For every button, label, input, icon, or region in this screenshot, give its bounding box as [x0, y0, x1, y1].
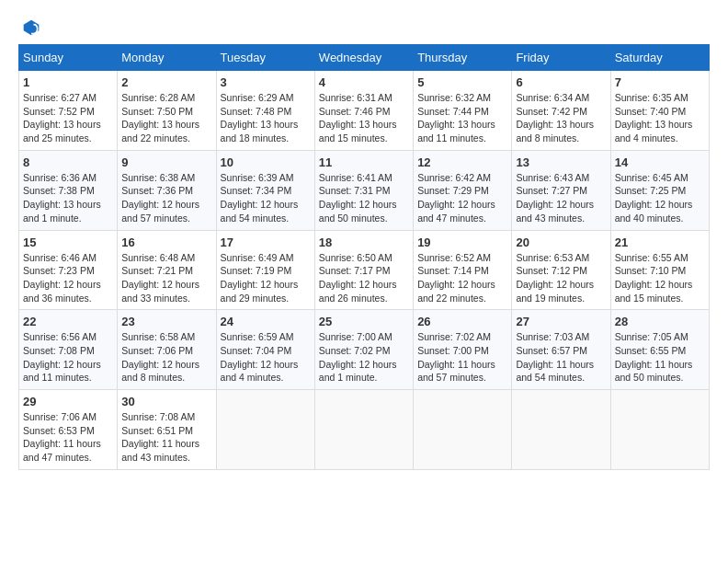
day-info: Sunrise: 7:03 AMSunset: 6:57 PMDaylight:… [516, 331, 594, 383]
day-number: 28 [615, 315, 705, 328]
calendar-header-row: SundayMondayTuesdayWednesdayThursdayFrid… [19, 45, 710, 71]
day-number: 6 [516, 75, 606, 89]
day-info: Sunrise: 7:08 AMSunset: 6:51 PMDaylight:… [121, 411, 199, 463]
calendar-cell: 3 Sunrise: 6:29 AMSunset: 7:48 PMDayligh… [216, 71, 314, 151]
day-info: Sunrise: 6:50 AMSunset: 7:17 PMDaylight:… [319, 252, 397, 304]
day-number: 19 [417, 236, 507, 249]
day-info: Sunrise: 7:00 AMSunset: 7:02 PMDaylight:… [319, 331, 397, 383]
day-info: Sunrise: 6:45 AMSunset: 7:25 PMDaylight:… [615, 172, 693, 224]
day-number: 1 [23, 75, 113, 89]
day-number: 17 [221, 236, 311, 249]
calendar-cell: 28 Sunrise: 7:05 AMSunset: 6:55 PMDaylig… [610, 310, 709, 390]
calendar-cell: 4 Sunrise: 6:31 AMSunset: 7:46 PMDayligh… [314, 71, 413, 151]
calendar-cell [314, 390, 413, 470]
calendar-cell: 1 Sunrise: 6:27 AMSunset: 7:52 PMDayligh… [19, 71, 118, 151]
day-info: Sunrise: 6:46 AMSunset: 7:23 PMDaylight:… [23, 252, 101, 304]
calendar-week-row: 22 Sunrise: 6:56 AMSunset: 7:08 PMDaylig… [19, 310, 710, 390]
day-number: 13 [516, 155, 606, 169]
day-info: Sunrise: 6:34 AMSunset: 7:42 PMDaylight:… [516, 92, 594, 144]
calendar-cell: 14 Sunrise: 6:45 AMSunset: 7:25 PMDaylig… [610, 150, 709, 230]
calendar-week-row: 8 Sunrise: 6:36 AMSunset: 7:38 PMDayligh… [19, 150, 710, 230]
day-info: Sunrise: 6:29 AMSunset: 7:48 PMDaylight:… [221, 92, 299, 144]
calendar-cell: 2 Sunrise: 6:28 AMSunset: 7:50 PMDayligh… [118, 71, 216, 151]
day-number: 21 [615, 236, 705, 249]
day-number: 10 [221, 155, 311, 169]
day-info: Sunrise: 7:02 AMSunset: 7:00 PMDaylight:… [417, 331, 495, 383]
day-info: Sunrise: 6:58 AMSunset: 7:06 PMDaylight:… [121, 331, 199, 383]
day-number: 12 [417, 155, 507, 169]
calendar-table: SundayMondayTuesdayWednesdayThursdayFrid… [18, 44, 710, 470]
day-of-week-header: Thursday [414, 45, 512, 71]
calendar-cell: 10 Sunrise: 6:39 AMSunset: 7:34 PMDaylig… [216, 150, 314, 230]
day-info: Sunrise: 6:39 AMSunset: 7:34 PMDaylight:… [221, 172, 299, 224]
calendar-cell: 12 Sunrise: 6:42 AMSunset: 7:29 PMDaylig… [414, 150, 512, 230]
page-header [18, 18, 710, 29]
day-info: Sunrise: 6:42 AMSunset: 7:29 PMDaylight:… [417, 172, 495, 224]
logo [18, 18, 40, 29]
day-number: 11 [319, 155, 409, 169]
day-info: Sunrise: 6:31 AMSunset: 7:46 PMDaylight:… [319, 92, 397, 144]
calendar-cell: 29 Sunrise: 7:06 AMSunset: 6:53 PMDaylig… [19, 390, 118, 470]
calendar-cell: 16 Sunrise: 6:48 AMSunset: 7:21 PMDaylig… [118, 230, 216, 310]
day-info: Sunrise: 6:49 AMSunset: 7:19 PMDaylight:… [221, 252, 299, 304]
day-info: Sunrise: 7:05 AMSunset: 6:55 PMDaylight:… [615, 331, 693, 383]
day-number: 24 [221, 315, 311, 328]
day-info: Sunrise: 6:56 AMSunset: 7:08 PMDaylight:… [23, 331, 101, 383]
day-number: 4 [319, 75, 409, 89]
day-of-week-header: Tuesday [216, 45, 314, 71]
calendar-cell: 25 Sunrise: 7:00 AMSunset: 7:02 PMDaylig… [314, 310, 413, 390]
day-info: Sunrise: 6:32 AMSunset: 7:44 PMDaylight:… [417, 92, 495, 144]
day-number: 9 [121, 155, 211, 169]
day-number: 23 [121, 315, 211, 328]
calendar-cell: 17 Sunrise: 6:49 AMSunset: 7:19 PMDaylig… [216, 230, 314, 310]
day-info: Sunrise: 6:55 AMSunset: 7:10 PMDaylight:… [615, 252, 693, 304]
calendar-cell: 9 Sunrise: 6:38 AMSunset: 7:36 PMDayligh… [118, 150, 216, 230]
day-number: 8 [23, 155, 113, 169]
calendar-cell: 13 Sunrise: 6:43 AMSunset: 7:27 PMDaylig… [512, 150, 610, 230]
calendar-cell: 23 Sunrise: 6:58 AMSunset: 7:06 PMDaylig… [118, 310, 216, 390]
calendar-cell: 19 Sunrise: 6:52 AMSunset: 7:14 PMDaylig… [414, 230, 512, 310]
calendar-cell [414, 390, 512, 470]
calendar-cell: 27 Sunrise: 7:03 AMSunset: 6:57 PMDaylig… [512, 310, 610, 390]
day-info: Sunrise: 6:38 AMSunset: 7:36 PMDaylight:… [121, 172, 199, 224]
calendar-cell: 5 Sunrise: 6:32 AMSunset: 7:44 PMDayligh… [414, 71, 512, 151]
day-of-week-header: Sunday [19, 45, 118, 71]
day-number: 7 [615, 75, 705, 89]
day-of-week-header: Friday [512, 45, 610, 71]
day-info: Sunrise: 6:36 AMSunset: 7:38 PMDaylight:… [23, 172, 101, 224]
calendar-cell [512, 390, 610, 470]
calendar-cell [610, 390, 709, 470]
day-info: Sunrise: 6:27 AMSunset: 7:52 PMDaylight:… [23, 92, 101, 144]
day-info: Sunrise: 6:52 AMSunset: 7:14 PMDaylight:… [417, 252, 495, 304]
day-number: 14 [615, 155, 705, 169]
calendar-cell: 15 Sunrise: 6:46 AMSunset: 7:23 PMDaylig… [19, 230, 118, 310]
calendar-cell: 20 Sunrise: 6:53 AMSunset: 7:12 PMDaylig… [512, 230, 610, 310]
day-info: Sunrise: 6:53 AMSunset: 7:12 PMDaylight:… [516, 252, 594, 304]
day-info: Sunrise: 6:28 AMSunset: 7:50 PMDaylight:… [121, 92, 199, 144]
day-info: Sunrise: 6:43 AMSunset: 7:27 PMDaylight:… [516, 172, 594, 224]
day-number: 29 [23, 395, 113, 408]
calendar-cell: 7 Sunrise: 6:35 AMSunset: 7:40 PMDayligh… [610, 71, 709, 151]
day-of-week-header: Saturday [610, 45, 709, 71]
calendar-cell: 11 Sunrise: 6:41 AMSunset: 7:31 PMDaylig… [314, 150, 413, 230]
day-info: Sunrise: 7:06 AMSunset: 6:53 PMDaylight:… [23, 411, 101, 463]
calendar-cell: 26 Sunrise: 7:02 AMSunset: 7:00 PMDaylig… [414, 310, 512, 390]
day-info: Sunrise: 6:59 AMSunset: 7:04 PMDaylight:… [221, 331, 299, 383]
logo-icon [22, 18, 40, 37]
calendar-week-row: 1 Sunrise: 6:27 AMSunset: 7:52 PMDayligh… [19, 71, 710, 151]
day-number: 3 [221, 75, 311, 89]
day-number: 16 [121, 236, 211, 249]
day-info: Sunrise: 6:48 AMSunset: 7:21 PMDaylight:… [121, 252, 199, 304]
day-number: 22 [23, 315, 113, 328]
day-info: Sunrise: 6:41 AMSunset: 7:31 PMDaylight:… [319, 172, 397, 224]
day-number: 2 [121, 75, 211, 89]
calendar-week-row: 15 Sunrise: 6:46 AMSunset: 7:23 PMDaylig… [19, 230, 710, 310]
day-number: 30 [121, 395, 211, 408]
day-number: 25 [319, 315, 409, 328]
calendar-cell: 24 Sunrise: 6:59 AMSunset: 7:04 PMDaylig… [216, 310, 314, 390]
day-of-week-header: Monday [118, 45, 216, 71]
day-number: 26 [417, 315, 507, 328]
calendar-cell: 8 Sunrise: 6:36 AMSunset: 7:38 PMDayligh… [19, 150, 118, 230]
day-number: 15 [23, 236, 113, 249]
calendar-cell [216, 390, 314, 470]
